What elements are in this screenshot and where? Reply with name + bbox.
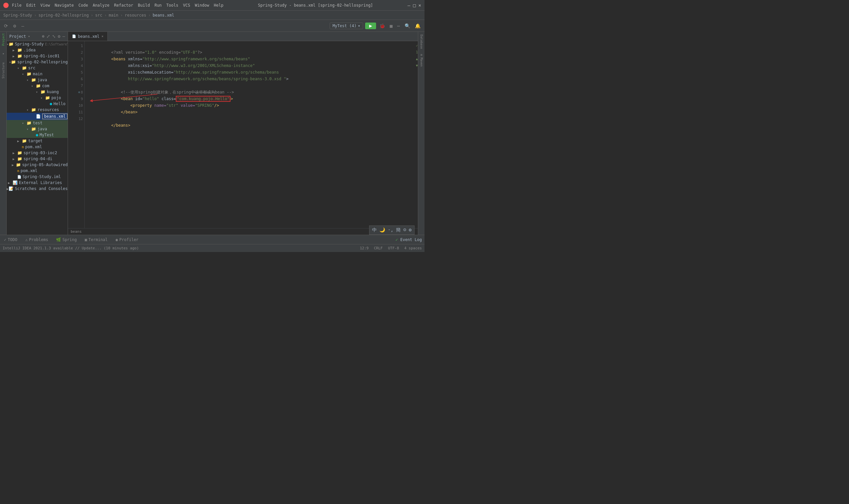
tree-item-src[interactable]: ▾ 📁 src <box>7 65 68 71</box>
run-button[interactable]: ▶ <box>365 22 376 29</box>
expand-arrow-spring04[interactable]: ▶ <box>13 157 17 161</box>
tree-item-kuang[interactable]: ▾ 📁 kuang <box>7 89 68 95</box>
right-tab-database[interactable]: Database <box>420 33 423 50</box>
left-tab-structure[interactable]: Structure <box>2 62 5 78</box>
bottom-tab-problems[interactable]: ⚠ Problems <box>24 237 50 242</box>
tree-item-main[interactable]: ▾ 📁 main <box>7 71 68 77</box>
expand-arrow-com[interactable]: ▾ <box>31 84 36 88</box>
expand-arrow-spring03[interactable]: ▶ <box>13 151 17 155</box>
notification-icon[interactable]: 🔔 <box>414 22 422 29</box>
menu-refactor[interactable]: Refactor <box>114 3 133 7</box>
menu-build[interactable]: Build <box>138 3 150 7</box>
tree-item-java1[interactable]: ▾ 📁 java <box>7 77 68 83</box>
expand-arrow-java2[interactable]: ▾ <box>26 127 31 131</box>
tree-item-spring01[interactable]: ▶ 📁 spring-01-ioc01 <box>7 53 68 59</box>
tree-item-ext-libs[interactable]: ▶ 📊 External Libraries <box>7 180 68 186</box>
expand-arrow-main[interactable]: ▾ <box>22 72 26 76</box>
bottom-tab-profiler[interactable]: ◉ Profiler <box>114 237 140 242</box>
expand-arrow-spring01[interactable]: ▶ <box>13 54 17 58</box>
breadcrumb-item-src[interactable]: src <box>95 13 103 18</box>
maximize-button[interactable]: □ <box>413 3 416 8</box>
debug-icon[interactable]: 🐞 <box>378 22 386 29</box>
menu-code[interactable]: Code <box>78 3 88 7</box>
menu-tools[interactable]: Tools <box>166 3 178 7</box>
settings-icon[interactable]: ⚙ <box>12 22 17 29</box>
close-button[interactable]: × <box>418 3 421 8</box>
tree-item-test[interactable]: ▾ 📁 test <box>7 120 68 126</box>
tree-item-beansxml[interactable]: 📄 beans.xml <box>7 113 68 120</box>
menu-run[interactable]: Run <box>155 3 162 7</box>
project-dropdown[interactable]: ▾ <box>28 35 30 38</box>
expand-arrow-resources[interactable]: ▾ <box>26 108 31 112</box>
event-log-label[interactable]: ✓ Event Log <box>396 237 422 242</box>
menu-navigate[interactable]: Navigate <box>55 3 74 7</box>
tree-item-spring02[interactable]: ▾ 📁 spring-02-hellospring <box>7 59 68 65</box>
tree-item-spring-study[interactable]: ▾ 📁 Spring-Study E:\Software\IDEA\Spring… <box>7 41 68 47</box>
tree-item-spring05[interactable]: ▶ 📁 spring-05-Autowired <box>7 162 68 168</box>
menu-file[interactable]: File <box>12 3 21 7</box>
run-config-dropdown-icon[interactable]: ▾ <box>358 23 360 28</box>
expand-arrow-src[interactable]: ▾ <box>17 66 22 70</box>
scroll-up-icon[interactable]: ▲ <box>416 56 418 62</box>
tree-item-target[interactable]: ▶ 📁 target <box>7 138 68 144</box>
ime-chinese[interactable]: 中 <box>372 227 377 233</box>
tree-item-idea[interactable]: ▶ 📁 .idea <box>7 47 68 53</box>
breadcrumb-item-file[interactable]: beans.xml <box>152 13 174 18</box>
breadcrumb-item-project[interactable]: Spring-Study <box>3 13 32 18</box>
line-separator[interactable]: CRLF <box>374 246 383 250</box>
locate-icon[interactable]: ⊕ <box>42 34 45 39</box>
left-tab-favorites[interactable]: ★ <box>2 52 5 56</box>
menu-window[interactable]: Window <box>195 3 209 7</box>
ime-punct[interactable]: ·, <box>388 227 393 233</box>
tab-close-icon[interactable]: × <box>102 35 104 38</box>
tree-item-root-pom[interactable]: m pom.xml <box>7 168 68 174</box>
breadcrumb-item-main[interactable]: main <box>109 13 119 18</box>
sidebar-hide-icon[interactable]: — <box>62 34 65 39</box>
expand-arrow-spring05[interactable]: ▶ <box>12 163 16 167</box>
ime-emoji[interactable]: ☺ <box>403 227 406 233</box>
left-tab-project[interactable]: Project <box>2 33 5 46</box>
more-icon[interactable]: ⋯ <box>396 22 401 29</box>
tree-item-com[interactable]: ▾ 📁 com <box>7 83 68 89</box>
tree-item-resources[interactable]: ▾ 📁 resources <box>7 107 68 113</box>
encoding-label[interactable]: UTF-8 <box>388 246 399 250</box>
ime-trad[interactable]: 簡 <box>396 227 401 233</box>
coverage-icon[interactable]: ▦ <box>389 22 394 29</box>
breadcrumb-item-module[interactable]: spring-02-hellospring <box>38 13 89 18</box>
tree-item-spring03[interactable]: ▶ 📁 spring-03-ioc2 <box>7 150 68 156</box>
expand-arrow-kuang[interactable]: ▾ <box>36 90 40 94</box>
breadcrumb-item-resources[interactable]: resources <box>125 13 146 18</box>
bottom-tab-terminal[interactable]: ▣ Terminal <box>84 237 109 242</box>
menu-edit[interactable]: Edit <box>26 3 36 7</box>
tree-item-scratches[interactable]: ▶ 📝 Scratches and Consoles <box>7 186 68 192</box>
tree-item-pomxml[interactable]: m pom.xml <box>7 144 68 150</box>
editor-tab-beansxml[interactable]: 📄 beans.xml × <box>68 32 108 41</box>
minimize-button[interactable]: — <box>408 3 410 8</box>
menu-vcs[interactable]: VCS <box>183 3 191 7</box>
tree-item-pojo[interactable]: ▾ 📁 pojo <box>7 95 68 101</box>
collapse-all-icon[interactable]: ⤡ <box>52 34 56 39</box>
tree-item-iml[interactable]: 📄 Spring-Study.iml <box>7 174 68 180</box>
menu-view[interactable]: View <box>40 3 50 7</box>
window-controls[interactable]: — □ × <box>408 3 421 8</box>
menu-analyze[interactable]: Analyze <box>92 3 109 7</box>
tree-item-java2[interactable]: ▾ 📁 java <box>7 126 68 132</box>
expand-arrow-test[interactable]: ▾ <box>22 121 26 125</box>
expand-arrow-pojo[interactable]: ▾ <box>40 96 45 100</box>
expand-arrow-java1[interactable]: ▾ <box>26 78 31 82</box>
tree-item-mytest[interactable]: ● MyTest <box>7 132 68 138</box>
sidebar-settings-icon[interactable]: ⚙ <box>58 34 60 39</box>
bottom-tab-todo[interactable]: ✓ TODO <box>3 237 19 242</box>
expand-arrow-extlibs[interactable]: ▶ <box>8 181 13 185</box>
expand-arrow-target[interactable]: ▶ <box>17 139 22 143</box>
tree-item-spring04[interactable]: ▶ 📁 spring-04-di <box>7 156 68 162</box>
indent-label[interactable]: 4 spaces <box>404 246 422 250</box>
bottom-tab-spring[interactable]: 🌿 Spring <box>55 237 78 242</box>
menu-help[interactable]: Help <box>214 3 223 7</box>
notification-text[interactable]: IntelliJ IDEA 2021.1.3 available // Upda… <box>3 246 139 250</box>
scroll-down-icon[interactable]: ▼ <box>416 62 418 69</box>
code-content[interactable]: <?xml version="1.0" encoding="UTF-8"?> <… <box>85 41 418 228</box>
ime-moon[interactable]: 🌙 <box>379 227 385 233</box>
tree-item-hello[interactable]: ● Hello <box>7 101 68 107</box>
expand-arrow-idea[interactable]: ▶ <box>13 49 17 52</box>
